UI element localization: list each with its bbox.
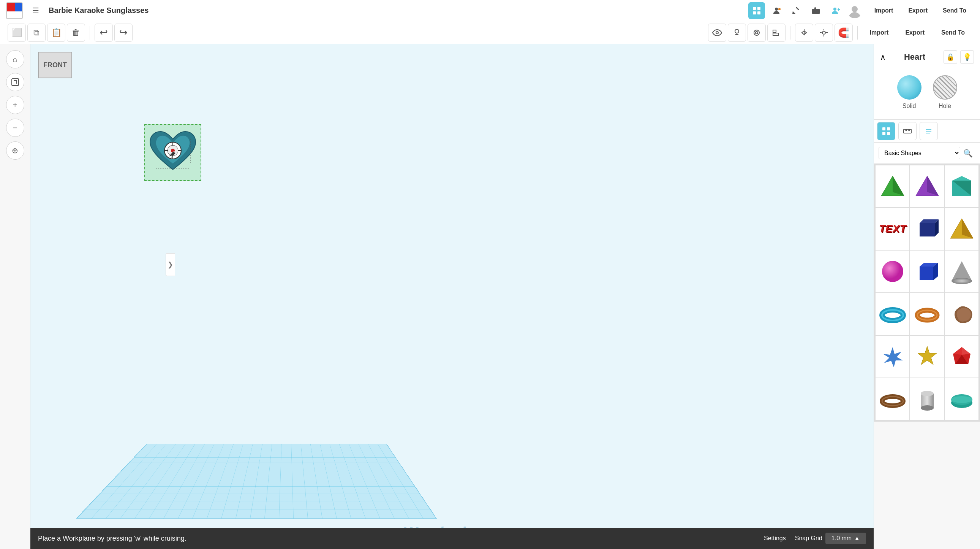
snap-grid-label: Snap Grid [795,535,822,542]
send-to-button[interactable]: Send To [935,4,974,17]
shapes-header [874,120,980,142]
shape-red-gem[interactable] [945,336,978,378]
snap-controls: Settings Snap Grid 1.0 mm ▲ [758,533,866,544]
home-button[interactable]: ⌂ [6,50,24,69]
menu-icon[interactable]: ☰ [27,2,44,19]
settings-button[interactable]: Settings [758,533,792,544]
align-button[interactable] [767,24,786,42]
visibility-button[interactable]: 💡 [960,50,974,64]
export-btn2[interactable]: Export [897,26,932,39]
snap-value-button[interactable]: 1.0 mm ▲ [826,533,866,544]
hole-option[interactable]: Hole [933,75,957,110]
mirror-button[interactable] [795,24,813,42]
grid-view-button[interactable] [877,122,895,140]
top-right-actions: Import Export Send To [867,4,974,17]
shape-brown-ring[interactable] [875,378,909,420]
shape-purple-pyramid[interactable] [910,165,944,207]
shape-blue-cube[interactable] [910,251,944,292]
front-face: FRONT [38,52,72,78]
svg-point-57 [951,278,972,284]
ruler-view-button[interactable] [898,122,916,140]
zoom-fit-button[interactable] [6,73,24,91]
status-message: Place a Workplane by pressing 'w' while … [38,535,186,543]
svg-point-74 [951,396,972,403]
list-view-button[interactable] [920,122,938,140]
light-button[interactable] [728,24,746,42]
shape-teal-wedge[interactable] [945,165,978,207]
snap-value: 1.0 mm [832,535,852,542]
logo-blue [15,3,23,11]
shape-blue-star[interactable] [875,336,909,378]
transform-button[interactable] [815,24,833,42]
svg-point-11 [735,29,739,33]
shape-text-3d[interactable]: TEXT [875,208,909,250]
solid-option[interactable]: Solid [897,75,921,110]
user-avatar[interactable] [847,3,862,18]
shape-yellow-pyramid[interactable] [945,208,978,250]
delete-button[interactable]: 🗑 [67,24,85,42]
shape-orange-torus[interactable] [910,293,944,335]
right-panel: ∧ Heart 🔒 💡 Solid Hole [873,44,980,549]
import-button[interactable]: Import [867,4,901,17]
duplicate-button[interactable]: ⧉ [27,24,46,42]
svg-point-7 [834,8,837,11]
view-button[interactable] [708,24,726,42]
shape-blue-torus[interactable] [875,293,909,335]
svg-point-13 [756,32,758,34]
import-btn2[interactable]: Import [862,26,896,39]
copy-button[interactable]: 📋 [47,24,65,42]
sidebar-toggle-button[interactable]: ❯ [165,253,175,276]
lock-button[interactable]: 🔒 [943,50,957,64]
solid-label: Solid [902,103,916,110]
search-button[interactable]: 🔍 [960,145,975,161]
workplane [76,344,437,519]
shape-blue-box[interactable] [910,208,944,250]
topbar: ☰ Barbie Karaoke Sunglasses [0,0,980,21]
view-cube[interactable]: FRONT [38,52,76,90]
category-select[interactable]: Basic Shapes [878,147,960,159]
svg-rect-1 [757,7,760,10]
export-button[interactable]: Export [900,4,935,17]
shape-grey-cone[interactable] [945,251,978,292]
svg-rect-53 [920,267,933,280]
collaborate-icon[interactable] [768,2,785,19]
new-design-button[interactable]: ⬜ [8,24,26,42]
shapes-library-panel: Basic Shapes 🔍 [874,120,980,549]
heart-object[interactable] [148,128,197,177]
svg-marker-64 [962,347,970,355]
shape-button[interactable] [748,24,766,42]
hammer-icon[interactable] [788,2,805,19]
solid-sphere [897,75,921,100]
send-to-btn2[interactable]: Send To [934,26,972,39]
briefcase-icon[interactable] [808,2,824,19]
shape-green-pyramid[interactable] [875,165,909,207]
add-user-icon[interactable] [827,2,844,19]
main: ⌂ + − ⊕ FRONT Workplane [0,44,980,549]
svg-marker-46 [952,176,971,180]
app-logo [6,2,23,19]
svg-rect-47 [920,223,935,236]
shape-teal-disc[interactable] [945,378,978,420]
shape-grey-cylinder[interactable] [910,378,944,420]
svg-point-12 [754,30,759,35]
shapes-grid: TEXT [874,164,980,421]
shape-pink-sphere[interactable] [875,251,909,292]
transform-axis-button[interactable]: ⊕ [6,141,24,160]
zoom-out-button[interactable]: − [6,119,24,137]
svg-rect-14 [773,30,776,32]
redo-button[interactable]: ↪ [115,24,132,42]
magnet-button[interactable]: 🧲 [835,24,853,42]
undo-button[interactable]: ↩ [95,24,113,42]
svg-rect-18 [12,79,19,86]
shape-yellow-star[interactable] [910,336,944,378]
collapse-button[interactable]: ∧ [880,53,886,62]
zoom-in-button[interactable]: + [6,96,24,114]
snap-arrow-icon: ▲ [854,535,860,542]
svg-marker-66 [953,347,962,355]
shape-brown-blob[interactable] [945,293,978,335]
svg-rect-29 [887,128,890,131]
workplane-grid [76,444,437,519]
viewport[interactable]: FRONT Workplane [30,44,873,549]
grid-view-icon[interactable] [748,2,765,19]
hole-sphere [933,75,957,100]
